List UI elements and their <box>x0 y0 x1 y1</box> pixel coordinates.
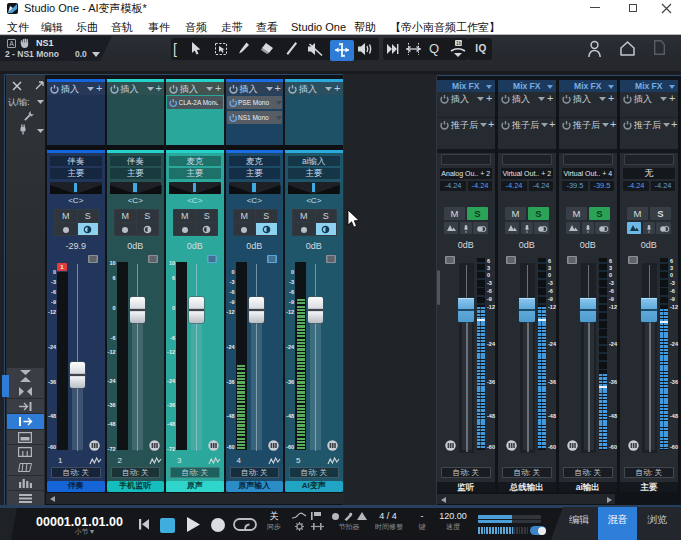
svg-text:1b: 1b <box>456 40 462 46</box>
